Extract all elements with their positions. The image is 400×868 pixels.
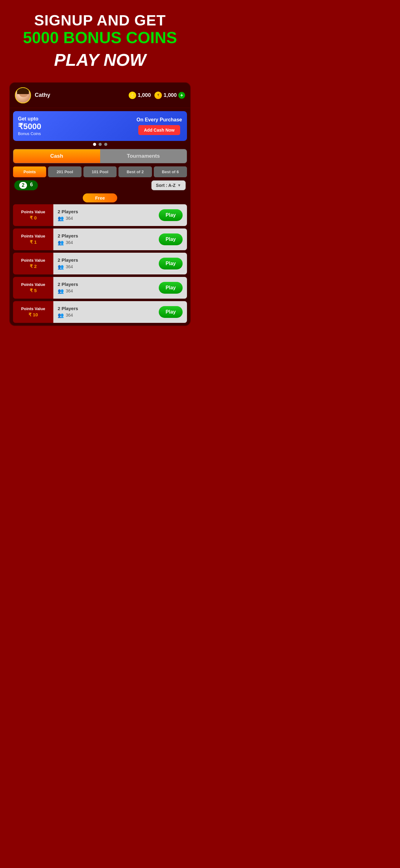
- game-value-2: ₹ 2: [30, 264, 37, 269]
- filter-row: Points 201 Pool 101 Pool Best of 2 Best …: [13, 166, 187, 177]
- avatar-image: [15, 88, 30, 103]
- players-count-4: 364: [66, 313, 73, 318]
- filter-best6[interactable]: Best of 6: [154, 166, 187, 177]
- player-toggle: 2 6: [14, 180, 38, 190]
- banner-amount: ₹5000: [18, 122, 41, 131]
- people-icon-2: 👥: [58, 264, 64, 270]
- hero-line2: 5000 BONUS COINS: [9, 29, 191, 46]
- stars-badge: ⭐ 1,000: [129, 92, 151, 99]
- players-text-1: 2 Players: [58, 233, 78, 239]
- coin-icon: ₹: [155, 92, 162, 99]
- game-value-0: ₹ 0: [30, 215, 37, 221]
- players-text-2: 2 Players: [58, 257, 78, 262]
- people-icon-1: 👥: [58, 240, 64, 246]
- carousel-dots: [10, 143, 190, 146]
- game-row-4: Points Value ₹ 10 2 Players 👥 364 Play: [13, 301, 187, 323]
- free-badge-row: Free: [13, 193, 187, 203]
- count-sort-row: 2 6 Sort : A-Z ▼: [13, 180, 187, 190]
- game-label-0: Points Value: [21, 210, 45, 215]
- game-value-4: ₹ 10: [29, 312, 38, 318]
- game-list: Points Value ₹ 0 2 Players 👥 364 Play Po…: [10, 204, 190, 323]
- players-info-4: 2 Players 👥 364: [58, 306, 78, 318]
- hero-section: SIGNUP AND GET 5000 BONUS COINS PLAY NOW: [0, 0, 200, 79]
- sort-arrow-icon: ▼: [177, 183, 181, 187]
- players-count-1: 364: [66, 240, 73, 245]
- banner-left: Get upto ₹5000 Bonus Coins: [18, 116, 41, 136]
- header: Cathy ⭐ 1,000 ₹ 1,000 +: [10, 83, 190, 108]
- app-container: Cathy ⭐ 1,000 ₹ 1,000 + Get upto ₹5000 B…: [9, 82, 191, 326]
- game-left-4: Points Value ₹ 10: [13, 301, 53, 323]
- game-row-1: Points Value ₹ 1 2 Players 👥 364 Play: [13, 228, 187, 250]
- free-badge: Free: [83, 193, 118, 203]
- filter-101pool[interactable]: 101 Pool: [84, 166, 116, 177]
- players-count-row-3: 👥 364: [58, 288, 73, 294]
- game-label-4: Points Value: [21, 306, 45, 311]
- dot-3[interactable]: [104, 143, 107, 146]
- game-left-3: Points Value ₹ 5: [13, 277, 53, 299]
- players-text-0: 2 Players: [58, 209, 78, 214]
- filter-points[interactable]: Points: [13, 166, 46, 177]
- game-left-1: Points Value ₹ 1: [13, 228, 53, 250]
- players-info-0: 2 Players 👥 364: [58, 209, 78, 221]
- game-left-0: Points Value ₹ 0: [13, 204, 53, 226]
- players-info-2: 2 Players 👥 364: [58, 257, 78, 270]
- hero-line3: PLAY NOW: [9, 50, 191, 70]
- play-button-1[interactable]: Play: [159, 234, 182, 245]
- tab-tournaments[interactable]: Tournaments: [100, 149, 187, 163]
- sort-button[interactable]: Sort : A-Z ▼: [151, 180, 186, 190]
- players-count-row-1: 👥 364: [58, 240, 73, 246]
- people-icon-0: 👥: [58, 215, 64, 221]
- toggle-6[interactable]: 6: [30, 182, 33, 189]
- banner-get-upto: Get upto: [18, 116, 41, 122]
- game-value-1: ₹ 1: [30, 239, 37, 245]
- add-cash-button[interactable]: Add Cash Now: [138, 125, 180, 135]
- players-text-3: 2 Players: [58, 282, 78, 287]
- game-label-1: Points Value: [21, 234, 45, 239]
- game-label-3: Points Value: [21, 282, 45, 287]
- banner-on-every: On Every Purchase: [136, 117, 182, 123]
- banner-right: On Every Purchase Add Cash Now: [136, 117, 182, 135]
- game-right-4: 2 Players 👥 364 Play: [53, 301, 187, 323]
- star-icon: ⭐: [129, 92, 136, 99]
- players-count-row-4: 👥 364: [58, 312, 73, 318]
- dot-2[interactable]: [99, 143, 102, 146]
- filter-201pool[interactable]: 201 Pool: [48, 166, 81, 177]
- game-left-2: Points Value ₹ 2: [13, 253, 53, 274]
- players-info-1: 2 Players 👥 364: [58, 233, 78, 246]
- sort-label: Sort : A-Z: [156, 183, 175, 188]
- game-right-0: 2 Players 👥 364 Play: [53, 204, 187, 226]
- game-right-1: 2 Players 👥 364 Play: [53, 228, 187, 250]
- game-label-2: Points Value: [21, 258, 45, 263]
- tab-cash[interactable]: Cash: [13, 149, 100, 163]
- toggle-2[interactable]: 2: [19, 182, 27, 189]
- banner-sub: Bonus Coins: [18, 131, 41, 136]
- players-count-0: 364: [66, 216, 73, 221]
- game-right-2: 2 Players 👥 364 Play: [53, 253, 187, 274]
- players-info-3: 2 Players 👥 364: [58, 282, 78, 294]
- promo-banner: Get upto ₹5000 Bonus Coins On Every Purc…: [13, 111, 187, 141]
- players-count-2: 364: [66, 264, 73, 269]
- players-count-row-0: 👥 364: [58, 215, 73, 221]
- play-button-4[interactable]: Play: [159, 306, 182, 318]
- add-coins-button[interactable]: +: [178, 92, 185, 99]
- coins-value: 1,000: [163, 92, 177, 98]
- play-button-3[interactable]: Play: [159, 282, 182, 294]
- filter-best2[interactable]: Best of 2: [119, 166, 152, 177]
- play-button-0[interactable]: Play: [159, 209, 182, 221]
- players-count-3: 364: [66, 288, 73, 293]
- dot-1[interactable]: [93, 143, 96, 146]
- game-right-3: 2 Players 👥 364 Play: [53, 277, 187, 299]
- play-button-2[interactable]: Play: [159, 258, 182, 270]
- people-icon-4: 👥: [58, 312, 64, 318]
- game-row-2: Points Value ₹ 2 2 Players 👥 364 Play: [13, 253, 187, 274]
- coins-badge: ₹ 1,000 +: [155, 92, 185, 99]
- coins-area: ⭐ 1,000 ₹ 1,000 +: [129, 92, 185, 99]
- main-tabs: Cash Tournaments: [13, 149, 187, 163]
- stars-value: 1,000: [138, 92, 151, 98]
- players-count-row-2: 👥 364: [58, 264, 73, 270]
- game-row-3: Points Value ₹ 5 2 Players 👥 364 Play: [13, 277, 187, 299]
- hero-line1: SIGNUP AND GET: [9, 12, 191, 29]
- players-text-4: 2 Players: [58, 306, 78, 311]
- avatar: [15, 87, 31, 103]
- people-icon-3: 👥: [58, 288, 64, 294]
